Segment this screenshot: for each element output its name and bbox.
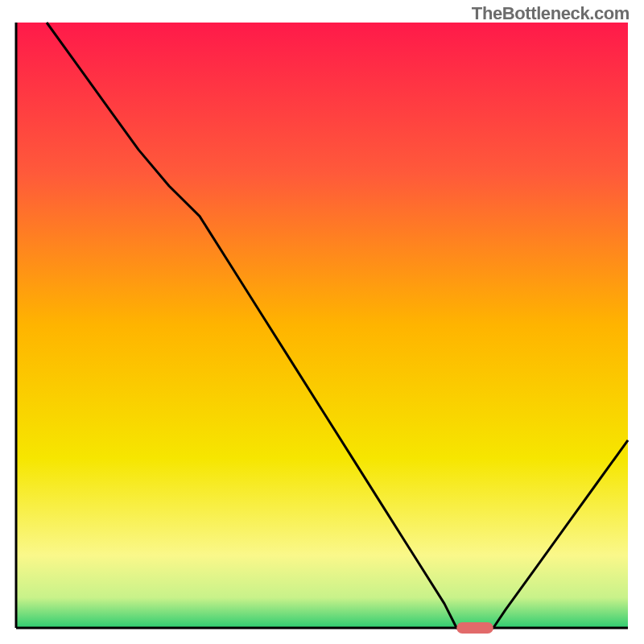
chart-background bbox=[16, 23, 628, 628]
optimal-marker bbox=[456, 622, 493, 634]
watermark-label: TheBottleneck.com bbox=[472, 3, 630, 24]
chart-canvas bbox=[0, 0, 644, 644]
bottleneck-chart: TheBottleneck.com bbox=[0, 0, 644, 644]
